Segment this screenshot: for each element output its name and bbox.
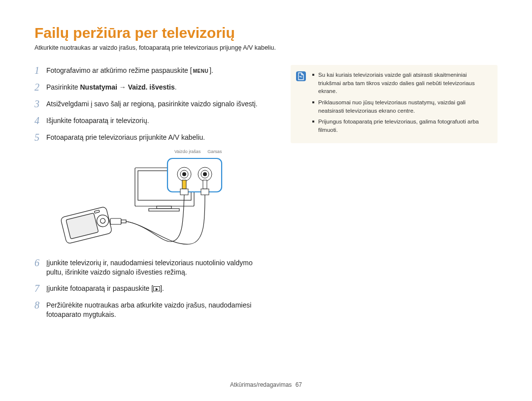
step-number: 4 [34, 115, 46, 126]
svg-rect-2 [157, 206, 171, 209]
av-connection-diagram [47, 155, 254, 249]
svg-rect-3 [149, 209, 179, 211]
step-text: Išjunkite fotoaparatą ir televizorių. [46, 115, 271, 125]
step-bold-text: Nustatymai → Vaizd. išvestis [80, 83, 174, 91]
step-number: 7 [34, 283, 46, 294]
diagram-item: Vaizdo įrašas Garsas [34, 149, 271, 251]
step-6: 6 Įjunkite televizorių ir, naudodamiesi … [34, 257, 271, 277]
step-number: 5 [34, 132, 46, 143]
note-item: Prijungus fotoaparatą prie televizoriaus… [312, 118, 490, 134]
steps-list: 1 Fotografavimo ar atkūrimo režime paspa… [34, 65, 271, 319]
left-column: 1 Fotografavimo ar atkūrimo režime paspa… [34, 65, 271, 325]
playback-icon [153, 286, 160, 291]
step-4: 4 Išjunkite fotoaparatą ir televizorių. [34, 115, 271, 126]
svg-rect-11 [182, 180, 186, 189]
note-box: Su kai kuriais televizoriais vaizde gali… [291, 65, 498, 143]
step-number: 8 [34, 300, 46, 310]
svg-rect-21 [121, 220, 126, 223]
page-subtitle: Atkurkite nuotraukas ar vaizdo įrašus, f… [34, 44, 498, 51]
step-2: 2 Pasirinkite Nustatymai → Vaizd. išvest… [34, 82, 271, 93]
footer-section: Atkūrimas/redagavimas [230, 381, 292, 388]
diagram-label-audio: Garsas [207, 149, 222, 154]
step-text: Įjunkite televizorių ir, naudodamiesi te… [46, 257, 271, 277]
step-number: 6 [34, 257, 46, 268]
note-list: Su kai kuriais televizoriais vaizde gali… [312, 71, 490, 137]
step-7: 7 Įjunkite fotoaparatą ir paspauskite []… [34, 283, 271, 294]
step-text: Fotoaparatą prie televizoriaus prijunkit… [46, 132, 271, 142]
right-column: Su kai kuriais televizoriais vaizde gali… [291, 65, 498, 325]
footer-page-number: 67 [296, 381, 302, 388]
step-8: 8 Peržiūrėkite nuotraukas arba atkurkite… [34, 300, 271, 319]
step-number: 3 [34, 98, 46, 109]
svg-rect-4 [167, 158, 222, 192]
svg-point-10 [203, 172, 207, 176]
menu-key: MENU [192, 68, 209, 75]
step-text: Atsižvelgdami į savo šalį ar regioną, pa… [46, 98, 271, 109]
svg-rect-20 [110, 218, 121, 224]
note-item: Su kai kuriais televizoriais vaizde gali… [312, 71, 490, 95]
page-footer: Atkūrimas/redagavimas 67 [0, 381, 532, 388]
step-3: 3 Atsižvelgdami į savo šalį ar regioną, … [34, 98, 271, 109]
svg-point-7 [182, 172, 186, 176]
step-text-post: ]. [160, 284, 164, 292]
step-text-post: . [175, 83, 177, 91]
step-text-pre: Pasirinkite [46, 83, 80, 91]
page-title: Failų peržiūra per televizorių [34, 25, 498, 41]
step-text-post: ]. [209, 66, 213, 74]
step-1: 1 Fotografavimo ar atkūrimo režime paspa… [34, 65, 271, 76]
step-5: 5 Fotoaparatą prie televizoriaus prijunk… [34, 132, 271, 143]
diagram-label-video: Vaizdo įrašas [174, 149, 200, 154]
note-item: Priklausomai nuo jūsų televizoriaus nust… [312, 98, 490, 115]
step-number: 1 [34, 65, 46, 76]
step-text: Peržiūrėkite nuotraukas arba atkurkite v… [46, 300, 271, 319]
step-text: Fotografavimo ar atkūrimo režime paspaus… [46, 66, 192, 74]
svg-rect-13 [203, 180, 207, 189]
step-number: 2 [34, 82, 46, 93]
svg-rect-14 [201, 189, 209, 195]
note-icon [296, 71, 306, 137]
svg-rect-12 [180, 189, 188, 195]
step-text-pre: Įjunkite fotoaparatą ir paspauskite [ [46, 284, 153, 292]
